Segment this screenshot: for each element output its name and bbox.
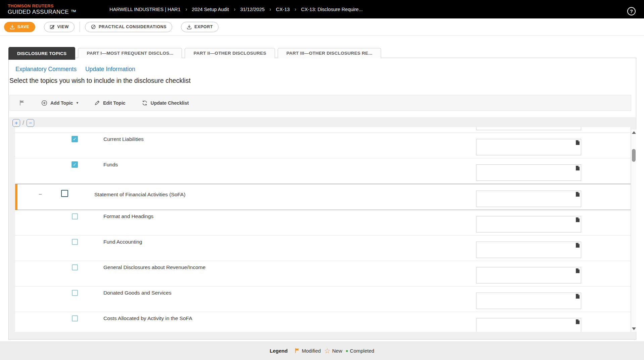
topic-checkbox-checked[interactable]: ✓ [72, 161, 78, 168]
chevron-right-icon: › [234, 6, 235, 13]
page-title: Select the topics you wish to include in… [9, 77, 191, 85]
tab-part-2[interactable]: PART II—OTHER DISCLOSURES [185, 48, 275, 58]
brand-thomson-reuters: THOMSON REUTERS [8, 3, 83, 8]
topic-note-field[interactable] [476, 267, 581, 284]
legend-item-new: ☆ New [324, 347, 342, 354]
breadcrumb-item-current[interactable]: CX-13: Disclosure Require... [301, 7, 363, 12]
topic-label: Statement of Financial Activities (SoFA) [94, 192, 185, 198]
tab-disclosure-topics[interactable]: DISCLOSURE TOPICS [8, 47, 75, 60]
note-document-icon [576, 243, 580, 248]
export-button[interactable]: EXPORT [181, 22, 219, 32]
table-row: Fund Accounting [15, 236, 631, 261]
chevron-right-icon: › [295, 6, 296, 13]
refresh-icon [142, 100, 148, 106]
hidden-eye-icon [91, 24, 96, 30]
topic-checkbox-unchecked[interactable] [72, 213, 78, 219]
view-button[interactable]: VIEW [44, 22, 75, 32]
breadcrumb-item-cx13[interactable]: CX-13 [276, 7, 290, 12]
table-row-group-modified: − Statement of Financial Activities (SoF… [15, 184, 631, 210]
topic-label: Format and Headings [103, 213, 153, 219]
table-row: Costs Allocated by Activity in the SoFA [15, 312, 631, 332]
note-document-icon [576, 294, 580, 299]
vertical-scrollbar[interactable] [631, 130, 636, 332]
breadcrumb-item-audit[interactable]: 2024 Setup Audit [192, 7, 229, 12]
legend-bar: Legend Modified ☆ New ● Completed [0, 341, 644, 360]
dot-icon: ● [346, 349, 348, 353]
topic-checkbox-unchecked[interactable] [72, 264, 78, 270]
note-document-icon [576, 165, 580, 171]
table-row-partial [15, 127, 631, 133]
table-row: ✓ Funds [15, 158, 631, 184]
topic-group-checkbox[interactable] [61, 190, 68, 197]
topic-note-field[interactable] [476, 293, 581, 309]
topic-checkbox-unchecked[interactable] [72, 290, 78, 296]
topic-label: Funds [103, 162, 118, 168]
topic-note-field[interactable] [476, 242, 581, 258]
collapse-toggle-icon[interactable]: − [37, 191, 43, 197]
grid-toolbar: Add Topic ▾ Edit Topic Update Checklist [9, 95, 631, 111]
topic-note-field[interactable] [476, 164, 581, 181]
table-row: Donated Goods and Services [15, 287, 631, 312]
app-header: THOMSON REUTERS GUIDED ASSURANCE ™ HARWE… [0, 0, 644, 18]
slash-separator: / [22, 119, 24, 126]
legend-item-modified: Modified [294, 348, 321, 354]
panel-links: Explanatory Comments Update Information [15, 66, 135, 73]
topic-label: Fund Accounting [103, 239, 142, 245]
update-information-link[interactable]: Update Information [85, 66, 135, 73]
brand-logo: THOMSON REUTERS GUIDED ASSURANCE ™ [8, 3, 83, 15]
note-document-icon [576, 268, 580, 273]
topic-label: Costs Allocated by Activity in the SoFA [103, 315, 192, 321]
topic-checkbox-checked[interactable]: ✓ [72, 136, 78, 142]
tab-part-3[interactable]: PART III—OTHER DISCLOSURES RE... [278, 48, 381, 58]
topics-scroll-region: + / − ✓ Current Liabilities ✓ [9, 117, 636, 339]
note-document-icon [576, 217, 580, 222]
table-row: Format and Headings [15, 210, 631, 236]
chevron-right-icon: › [185, 6, 187, 13]
toolbar-divider [80, 22, 80, 32]
breadcrumb-item-date[interactable]: 31/12/2025 [240, 7, 265, 12]
plus-circle-icon [41, 100, 47, 106]
practical-considerations-button[interactable]: PRACTICAL CONSIDERATIONS [85, 22, 172, 32]
chevron-right-icon: › [270, 6, 271, 13]
star-icon: ☆ [324, 347, 330, 354]
topic-checkbox-unchecked[interactable] [72, 315, 78, 321]
scrollbar-up-arrow[interactable] [632, 131, 636, 134]
disclosure-topics-panel: Explanatory Comments Update Information … [8, 58, 636, 340]
explanatory-comments-link[interactable]: Explanatory Comments [15, 66, 77, 73]
topic-note-field[interactable] [476, 216, 581, 233]
note-document-icon [576, 140, 580, 145]
topic-note-field[interactable] [476, 127, 581, 130]
brand-guided-assurance: GUIDED ASSURANCE ™ [8, 9, 83, 15]
chevron-down-icon: ▾ [76, 101, 78, 105]
topics-table: ✓ Current Liabilities ✓ Funds [15, 127, 631, 332]
pencil-icon [94, 100, 100, 106]
note-document-icon [576, 319, 580, 324]
topic-note-field[interactable] [476, 139, 581, 155]
topic-label: Current Liabilities [103, 136, 144, 142]
topic-note-field[interactable] [476, 191, 581, 207]
topic-label: General Disclosures about Revenue/Income [103, 264, 205, 270]
save-button[interactable]: SAVE [4, 22, 35, 32]
tab-part-1[interactable]: PART I—MOST FREQUENT DISCLOS... [78, 48, 182, 58]
topic-label: Donated Goods and Services [103, 290, 171, 296]
scrollbar-down-arrow[interactable] [632, 327, 636, 330]
topic-note-field[interactable] [476, 318, 581, 332]
help-icon[interactable]: ? [627, 7, 636, 15]
scrollbar-thumb[interactable] [632, 149, 636, 162]
action-toolbar: SAVE VIEW PRACTICAL CONSIDERATIONS EXPOR… [0, 18, 644, 36]
update-checklist-button[interactable]: Update Checklist [142, 100, 189, 106]
add-topic-button[interactable]: Add Topic ▾ [41, 100, 78, 106]
breadcrumb-item-engagement[interactable]: HARWELL INDUSTRIES | HAR1 [109, 7, 181, 12]
legend-title: Legend [270, 348, 287, 354]
tab-bar: DISCLOSURE TOPICS PART I—MOST FREQUENT D… [8, 47, 381, 60]
export-icon [187, 24, 192, 30]
flag-icon [294, 348, 300, 353]
edit-topic-button[interactable]: Edit Topic [94, 100, 126, 106]
expand-all-button[interactable]: + [12, 119, 20, 127]
flag-icon [19, 100, 25, 106]
collapse-all-button[interactable]: − [27, 119, 34, 127]
topic-checkbox-unchecked[interactable] [72, 239, 78, 245]
expand-collapse-controls: + / − [12, 119, 34, 127]
view-edit-icon [50, 24, 55, 30]
modified-indicator-bar [15, 184, 17, 210]
